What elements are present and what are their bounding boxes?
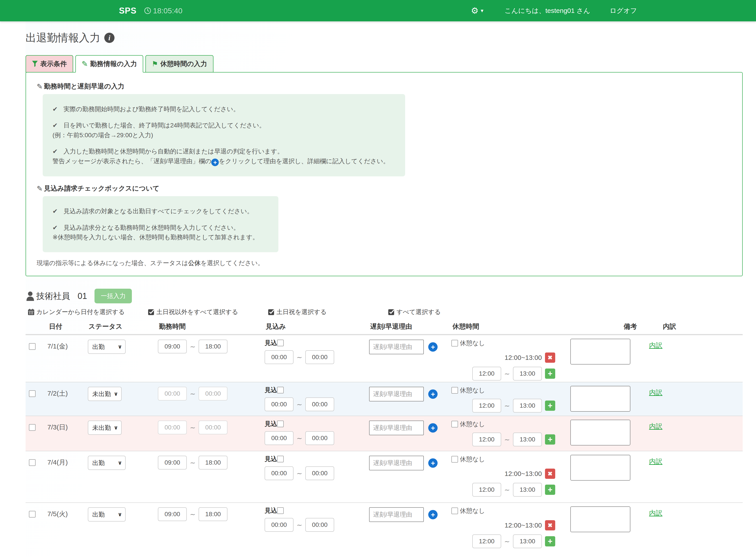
mikomi-checkbox[interactable] <box>277 456 284 462</box>
mikomi-start-input[interactable] <box>265 466 293 480</box>
no-break-checkbox[interactable] <box>451 387 458 394</box>
mikomi-end-input[interactable] <box>305 350 334 364</box>
add-reason-button[interactable]: + <box>428 342 437 352</box>
status-select[interactable]: 出勤 <box>88 456 126 470</box>
work-end-input[interactable] <box>199 507 227 521</box>
no-break-checkbox[interactable] <box>451 421 458 427</box>
employee-section-header: 技術社員 01 一括入力 <box>25 289 743 303</box>
break-end-input[interactable] <box>513 483 542 497</box>
remove-break-button[interactable]: ✖ <box>545 468 555 479</box>
mikomi-start-input[interactable] <box>265 397 293 411</box>
reason-input[interactable] <box>369 387 424 401</box>
add-reason-button[interactable]: + <box>428 510 437 519</box>
breakdown-link[interactable]: 内訳 <box>649 342 662 349</box>
reason-input[interactable] <box>369 421 424 435</box>
mikomi-end-input[interactable] <box>305 431 334 445</box>
break-end-input[interactable] <box>513 399 542 413</box>
add-break-button[interactable]: + <box>545 485 555 495</box>
breakdown-link[interactable]: 内訳 <box>649 423 662 430</box>
mikomi-start-input[interactable] <box>265 431 293 445</box>
break-start-input[interactable] <box>472 535 501 548</box>
break-end-input[interactable] <box>513 535 542 548</box>
no-break-checkbox[interactable] <box>451 507 458 514</box>
remarks-textarea[interactable] <box>570 420 630 445</box>
work-start-input[interactable] <box>158 507 187 521</box>
settings-dropdown[interactable]: ⚙ ▾ <box>471 6 484 16</box>
work-start-input[interactable] <box>158 456 187 469</box>
add-break-button[interactable]: + <box>545 434 555 444</box>
clock-time: 18:05:40 <box>153 6 182 15</box>
logoff-link[interactable]: ログオフ <box>610 6 637 15</box>
work-end-input[interactable] <box>199 387 227 401</box>
breakdown-link[interactable]: 内訳 <box>649 509 662 517</box>
breakdown-link[interactable]: 内訳 <box>649 389 662 396</box>
no-break-checkbox[interactable] <box>451 456 458 463</box>
add-break-button[interactable]: + <box>545 401 555 411</box>
break-start-input[interactable] <box>472 399 501 413</box>
brand-logo: SPS <box>119 6 137 16</box>
break-start-input[interactable] <box>472 433 501 446</box>
work-end-input[interactable] <box>199 421 227 434</box>
work-end-input[interactable] <box>199 456 227 469</box>
reason-input[interactable] <box>369 456 424 471</box>
row-select-checkbox[interactable] <box>29 424 36 431</box>
select-weekdays-link[interactable]: 土日祝以外をすべて選択する <box>148 308 238 316</box>
tab-work-info-input[interactable]: ✎ 勤務情報の入力 <box>75 55 143 73</box>
tab-display-conditions[interactable]: 表示条件 <box>25 55 73 73</box>
remarks-textarea[interactable] <box>570 455 630 481</box>
select-from-calendar-link[interactable]: カレンダーから日付を選択する <box>28 308 125 316</box>
mikomi-checkbox[interactable] <box>277 507 284 514</box>
mikomi-start-input[interactable] <box>265 350 293 364</box>
tilde-separator: ∼ <box>190 343 196 351</box>
mikomi-checkbox[interactable] <box>277 340 284 346</box>
mikomi-checkbox[interactable] <box>277 421 284 427</box>
mikomi-end-input[interactable] <box>305 466 334 480</box>
remove-break-button[interactable]: ✖ <box>545 520 555 531</box>
tilde-separator: ∼ <box>190 424 196 432</box>
break-end-input[interactable] <box>513 367 542 381</box>
status-select[interactable]: 未出勤 <box>88 387 122 401</box>
break-start-input[interactable] <box>472 483 501 497</box>
status-select[interactable]: 未出勤 <box>88 421 122 435</box>
breakdown-link[interactable]: 内訳 <box>649 458 662 465</box>
add-break-button[interactable]: + <box>545 536 555 546</box>
status-select[interactable]: 出勤 <box>88 340 126 354</box>
row-select-checkbox[interactable] <box>29 459 36 466</box>
row-select-checkbox[interactable] <box>29 390 36 397</box>
col-header-break: 休憩時間 <box>452 322 479 331</box>
reason-input[interactable] <box>369 340 424 354</box>
work-end-input[interactable] <box>199 340 227 354</box>
break-start-input[interactable] <box>472 367 501 381</box>
remarks-textarea[interactable] <box>570 386 630 412</box>
add-reason-button[interactable]: + <box>428 458 437 468</box>
guide-item: ✔見込み請求分となる勤務時間と休憩時間を入力してください。 ※休憩時間を入力しな… <box>53 223 269 242</box>
remarks-textarea[interactable] <box>570 339 630 364</box>
status-select[interactable]: 出勤 <box>88 507 126 521</box>
row-select-checkbox[interactable] <box>29 343 36 350</box>
guide-item: ✔入力した勤務時間と休憩時間から自動的に遅刻または早退の判定を行います。 警告メ… <box>53 146 395 166</box>
add-reason-button[interactable]: + <box>428 389 437 399</box>
mikomi-end-input[interactable] <box>305 397 334 411</box>
work-start-input[interactable] <box>158 421 187 434</box>
work-start-input[interactable] <box>158 387 187 401</box>
mikomi-start-input[interactable] <box>265 518 293 532</box>
break-end-input[interactable] <box>513 433 542 446</box>
info-circle-icon[interactable]: i <box>104 33 115 43</box>
mikomi-end-input[interactable] <box>305 518 334 532</box>
tab-label: 表示条件 <box>40 59 67 68</box>
tab-break-time-input[interactable]: ⚑ 休憩時間の入力 <box>145 55 213 73</box>
mikomi-checkbox[interactable] <box>277 387 284 394</box>
no-break-label: 休憩なし <box>460 455 485 463</box>
reason-input[interactable] <box>369 507 424 522</box>
select-all-link[interactable]: すべて選択する <box>388 308 441 316</box>
row-select-checkbox[interactable] <box>29 511 36 518</box>
work-start-input[interactable] <box>158 340 187 354</box>
select-weekends-link[interactable]: 土日祝を選択する <box>268 308 327 316</box>
pencil-icon: ✎ <box>37 184 43 193</box>
add-reason-button[interactable]: + <box>428 423 437 433</box>
bulk-input-button[interactable]: 一括入力 <box>95 289 132 303</box>
remove-break-button[interactable]: ✖ <box>545 353 555 363</box>
add-break-button[interactable]: + <box>545 368 555 379</box>
no-break-checkbox[interactable] <box>451 340 458 346</box>
remarks-textarea[interactable] <box>570 506 630 532</box>
